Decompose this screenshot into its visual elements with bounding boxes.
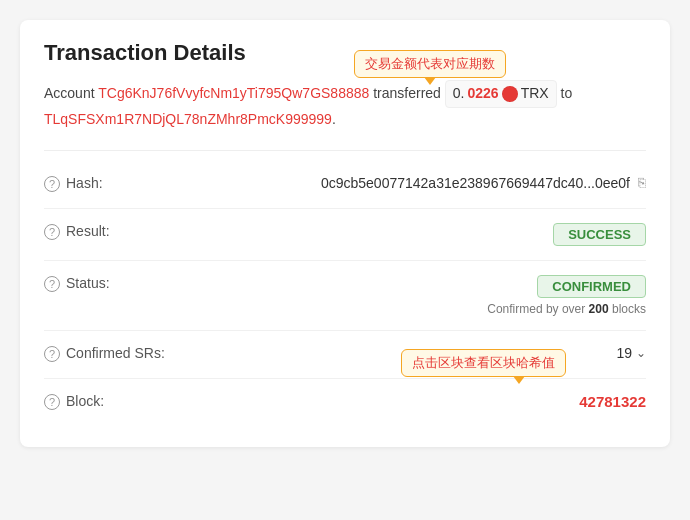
chevron-icon[interactable]: ⌄ bbox=[636, 346, 646, 360]
account-line: Account TCg6KnJ76fVvyfcNm1yTi795Qw7GS888… bbox=[44, 80, 646, 132]
status-col: CONFIRMED Confirmed by over 200 blocks bbox=[487, 275, 646, 316]
srs-label-group: ? Confirmed SRs: bbox=[44, 345, 174, 362]
status-row: ? Status: CONFIRMED Confirmed by over 20… bbox=[44, 261, 646, 331]
hash-value-group: 0c9cb5e0077142a31e238967669447dc40...0ee… bbox=[174, 175, 646, 191]
block-question-icon[interactable]: ? bbox=[44, 394, 60, 410]
status-question-icon[interactable]: ? bbox=[44, 276, 60, 292]
amount-prefix: 0. bbox=[453, 82, 465, 106]
tooltip-amount: 交易金额代表对应期数 bbox=[354, 50, 506, 78]
block-label-group: ? Block: bbox=[44, 393, 174, 410]
result-value-group: SUCCESS bbox=[174, 223, 646, 246]
amount-highlight: 0226 bbox=[467, 82, 498, 106]
header-area: Transaction Details 交易金额代表对应期数 bbox=[44, 40, 646, 66]
section-divider bbox=[44, 150, 646, 151]
hash-label-group: ? Hash: bbox=[44, 175, 174, 192]
hash-label: Hash: bbox=[66, 175, 103, 191]
blocks-count: 200 bbox=[589, 302, 609, 316]
status-value-group: CONFIRMED Confirmed by over 200 blocks bbox=[174, 275, 646, 316]
transaction-details-card: Transaction Details 交易金额代表对应期数 Account T… bbox=[20, 20, 670, 447]
status-label-group: ? Status: bbox=[44, 275, 174, 292]
confirmed-sub: Confirmed by over 200 blocks bbox=[487, 302, 646, 316]
result-badge: SUCCESS bbox=[553, 223, 646, 246]
block-value-group: 42781322 bbox=[174, 393, 646, 410]
to-account-link[interactable]: TLqSFSXm1R7NDjQL78nZMhr8PmcK999999 bbox=[44, 111, 332, 127]
fields-area: ? Hash: 0c9cb5e0077142a31e238967669447dc… bbox=[44, 161, 646, 427]
block-row: ? Block: 42781322 点击区块查看区块哈希值 bbox=[44, 379, 646, 427]
trx-icon bbox=[502, 86, 518, 102]
tooltip-block: 点击区块查看区块哈希值 bbox=[401, 349, 566, 377]
srs-label: Confirmed SRs: bbox=[66, 345, 165, 361]
status-label: Status: bbox=[66, 275, 110, 291]
result-question-icon[interactable]: ? bbox=[44, 224, 60, 240]
account-prefix-label: Account bbox=[44, 85, 95, 101]
page-title: Transaction Details bbox=[44, 40, 646, 66]
trx-amount-box: 0.0226 TRX bbox=[445, 80, 557, 108]
block-value[interactable]: 42781322 bbox=[579, 393, 646, 410]
hash-value: 0c9cb5e0077142a31e238967669447dc40...0ee… bbox=[321, 175, 630, 191]
to-label: to bbox=[561, 85, 573, 101]
result-label: Result: bbox=[66, 223, 110, 239]
from-account-link[interactable]: TCg6KnJ76fVvyfcNm1yTi795Qw7GS88888 bbox=[98, 85, 369, 101]
transferred-label: transferred bbox=[373, 85, 441, 101]
copy-icon[interactable]: ⎘ bbox=[638, 175, 646, 190]
block-label: Block: bbox=[66, 393, 104, 409]
hash-question-icon[interactable]: ? bbox=[44, 176, 60, 192]
srs-value: 19 bbox=[616, 345, 632, 361]
trx-label: TRX bbox=[521, 82, 549, 106]
status-badge: CONFIRMED bbox=[537, 275, 646, 298]
result-row: ? Result: SUCCESS bbox=[44, 209, 646, 261]
hash-row: ? Hash: 0c9cb5e0077142a31e238967669447dc… bbox=[44, 161, 646, 209]
srs-question-icon[interactable]: ? bbox=[44, 346, 60, 362]
result-label-group: ? Result: bbox=[44, 223, 174, 240]
